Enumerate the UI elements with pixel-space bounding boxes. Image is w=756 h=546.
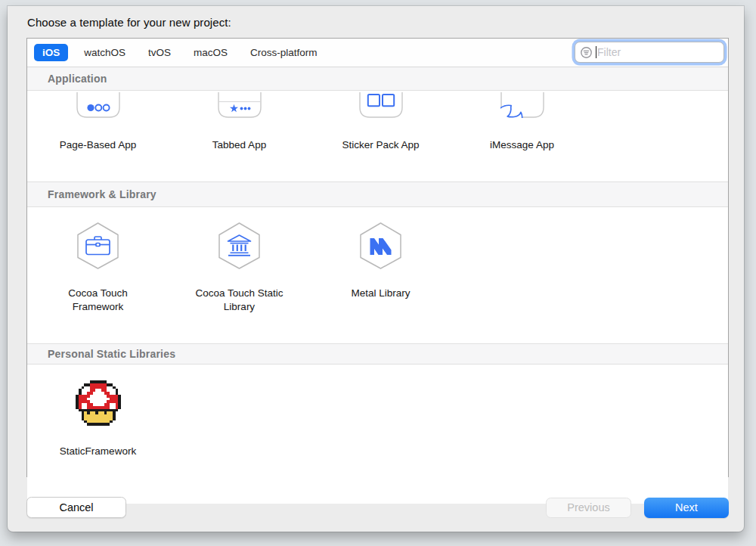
framework-library-row: Cocoa Touch Framework <box>27 207 728 343</box>
section-header-label: Framework & Library <box>48 188 156 200</box>
template-tabbed-app[interactable]: Tabbed App <box>169 92 310 177</box>
filter-icon <box>580 46 593 59</box>
filter-field[interactable] <box>575 42 724 63</box>
personal-static-libraries-row: StaticFramework <box>27 365 728 504</box>
template-label: Page-Based App <box>60 138 136 152</box>
sheet-title: Choose a template for your new project: <box>27 16 231 29</box>
imessage-app-icon <box>500 92 544 118</box>
template-sticker-pack-app[interactable]: Sticker Pack App <box>310 92 451 177</box>
section-header-label: Personal Static Libraries <box>48 348 175 360</box>
template-page-based-app[interactable]: Page-Based App <box>27 92 169 177</box>
tab-macos[interactable]: macOS <box>185 44 236 61</box>
template-label: StaticFramework <box>60 445 136 458</box>
template-cocoa-touch-static-library[interactable]: Cocoa Touch Static Library <box>169 222 310 343</box>
library-building-hexagon-icon <box>218 222 261 269</box>
tab-tvos[interactable]: tvOS <box>140 44 179 61</box>
previous-button[interactable]: Previous <box>546 498 631 518</box>
template-metal-library[interactable]: Metal Library <box>310 222 451 343</box>
mushroom-icon <box>76 380 121 426</box>
template-label: iMessage App <box>490 138 554 152</box>
template-imessage-app[interactable]: iMessage App <box>451 92 593 177</box>
page-based-app-icon <box>76 92 120 118</box>
template-label: Metal Library <box>351 287 410 300</box>
section-header-personal-static-libraries: Personal Static Libraries <box>27 343 728 365</box>
section-header-framework-library: Framework & Library <box>27 181 728 207</box>
section-header-application: Application <box>27 67 728 91</box>
template-staticframework[interactable]: StaticFramework <box>27 380 169 504</box>
filter-input[interactable] <box>596 46 723 58</box>
template-chooser-panel: iOS watchOS tvOS macOS Cross-platform Ap… <box>26 38 729 477</box>
tab-cross-platform[interactable]: Cross-platform <box>242 44 326 61</box>
metal-hexagon-icon <box>359 222 402 269</box>
template-label: Sticker Pack App <box>342 138 419 152</box>
tab-ios[interactable]: iOS <box>34 44 68 61</box>
application-templates-row: Page-Based App Tabbed App <box>27 91 728 177</box>
template-label: Cocoa Touch Static Library <box>191 287 289 313</box>
new-project-sheet: Choose a template for your new project: … <box>8 6 744 532</box>
platform-tab-bar: iOS watchOS tvOS macOS Cross-platform <box>27 39 728 67</box>
template-cocoa-touch-framework[interactable]: Cocoa Touch Framework <box>27 222 169 343</box>
tabbed-app-icon <box>218 92 262 118</box>
next-button[interactable]: Next <box>644 498 729 518</box>
tab-watchos[interactable]: watchOS <box>76 44 134 61</box>
section-header-label: Application <box>48 73 107 85</box>
sticker-pack-app-icon <box>359 92 403 118</box>
cancel-button[interactable]: Cancel <box>26 497 126 518</box>
template-label: Cocoa Touch Framework <box>49 287 147 313</box>
template-label: Tabbed App <box>212 138 266 152</box>
briefcase-hexagon-icon <box>76 222 119 269</box>
sheet-footer: Cancel Previous Next <box>26 497 729 518</box>
